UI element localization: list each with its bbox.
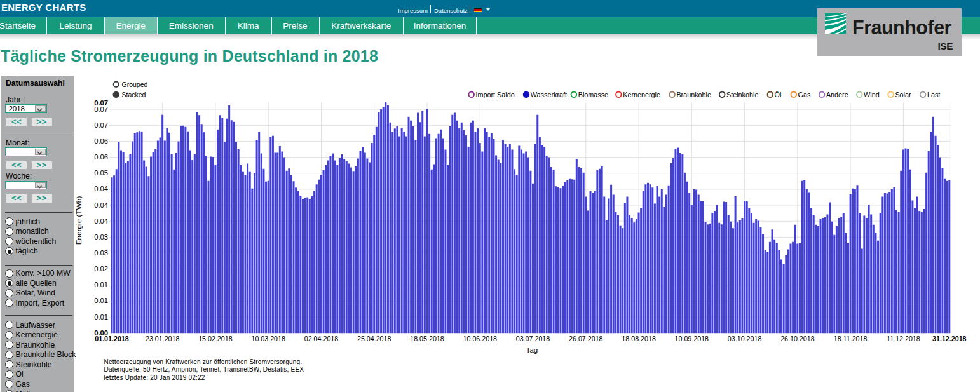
- svg-text:Nettoerzeugung von Kraftwerken: Nettoerzeugung von Kraftwerken zur öffen…: [104, 358, 303, 365]
- svg-text:01.01.2018: 01.01.2018: [95, 335, 129, 342]
- svg-text:Gas: Gas: [798, 91, 811, 98]
- svg-text:03.07.2018: 03.07.2018: [516, 335, 550, 342]
- svg-text:25.04.2018: 25.04.2018: [357, 335, 391, 342]
- svg-text:15.02.2018: 15.02.2018: [198, 335, 233, 342]
- svg-text:0.04: 0.04: [94, 185, 108, 193]
- svg-text:letztes Update: 20 Jan 2019 02: letztes Update: 20 Jan 2019 02:22: [104, 374, 205, 381]
- svg-text:Grouped: Grouped: [122, 81, 148, 88]
- svg-text:26.10.2018: 26.10.2018: [780, 335, 815, 342]
- svg-text:Andere: Andere: [826, 91, 848, 98]
- svg-text:Wasserkraft: Wasserkraft: [531, 91, 567, 98]
- svg-text:0.03: 0.03: [94, 233, 108, 241]
- svg-text:0.01: 0.01: [94, 297, 108, 304]
- svg-text:10.09.2018: 10.09.2018: [675, 335, 709, 342]
- svg-text:0.06: 0.06: [94, 153, 108, 161]
- svg-text:02.04.2018: 02.04.2018: [304, 335, 339, 342]
- svg-text:Steinkohle: Steinkohle: [726, 91, 758, 98]
- svg-text:Wind: Wind: [864, 91, 880, 98]
- svg-text:0.01: 0.01: [94, 281, 108, 288]
- svg-text:0.03: 0.03: [94, 249, 108, 257]
- svg-text:31.12.2018: 31.12.2018: [932, 335, 967, 342]
- svg-text:18.11.2018: 18.11.2018: [834, 335, 868, 342]
- svg-text:10.03.2018: 10.03.2018: [251, 335, 285, 342]
- svg-text:0.04: 0.04: [94, 217, 108, 225]
- svg-text:Stacked: Stacked: [122, 91, 146, 98]
- svg-text:0.07: 0.07: [94, 99, 108, 107]
- svg-text:26.07.2018: 26.07.2018: [569, 335, 603, 342]
- svg-text:Solar: Solar: [895, 91, 911, 98]
- svg-text:0.07: 0.07: [94, 121, 108, 129]
- svg-text:18.05.2018: 18.05.2018: [410, 335, 444, 342]
- svg-text:18.08.2018: 18.08.2018: [622, 335, 656, 342]
- svg-text:10.06.2018: 10.06.2018: [463, 335, 498, 342]
- svg-text:Tag: Tag: [526, 346, 538, 354]
- svg-text:Import Saldo: Import Saldo: [476, 91, 515, 98]
- svg-text:Braunkohle: Braunkohle: [676, 91, 711, 98]
- svg-text:Öl: Öl: [775, 91, 782, 98]
- svg-text:23.01.2018: 23.01.2018: [146, 335, 180, 342]
- svg-text:Kernenergie: Kernenergie: [623, 91, 660, 98]
- svg-text:0.04: 0.04: [94, 201, 108, 209]
- svg-text:Biomasse: Biomasse: [578, 91, 608, 98]
- svg-text:0.02: 0.02: [94, 265, 108, 273]
- svg-text:11.12.2018: 11.12.2018: [887, 335, 920, 342]
- svg-text:Datenquelle: 50 Hertz, Amprion: Datenquelle: 50 Hertz, Amprion, Tennet, …: [104, 366, 304, 373]
- svg-text:03.10.2018: 03.10.2018: [728, 335, 762, 342]
- svg-text:0.05: 0.05: [94, 169, 108, 177]
- svg-text:Energie (TWh): Energie (TWh): [74, 196, 83, 245]
- svg-text:Last: Last: [927, 91, 940, 98]
- svg-text:0.01: 0.01: [94, 313, 108, 321]
- svg-text:0.06: 0.06: [94, 137, 108, 145]
